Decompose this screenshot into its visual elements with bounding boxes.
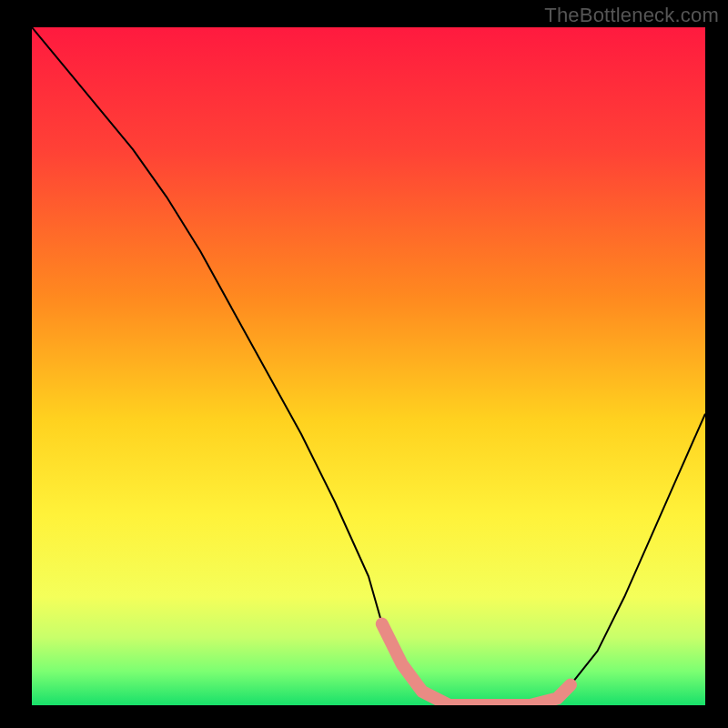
plot-background [32,27,705,705]
chart-frame: TheBottleneck.com [0,0,728,728]
watermark-text: TheBottleneck.com [544,4,719,27]
bottleneck-chart [0,0,728,728]
